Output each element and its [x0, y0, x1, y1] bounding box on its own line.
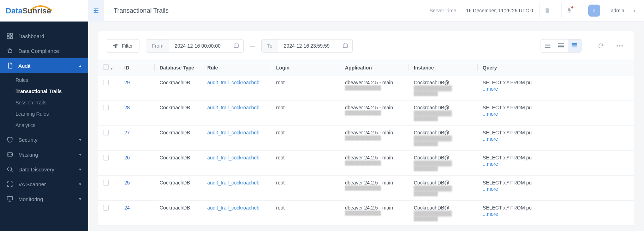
clipboard-button[interactable] [539, 3, 555, 18]
date-from-value: 2024-12-16 00:00:00 [169, 39, 229, 52]
page-title: Transactional Trails [114, 7, 168, 14]
row-app: dbeaver 24.2.5 - main████████████ [340, 101, 409, 126]
row-id-link[interactable]: 28 [119, 101, 155, 126]
more-link[interactable]: ...more [483, 186, 629, 192]
col-header-app[interactable]: Application [340, 60, 409, 75]
row-checkbox[interactable] [103, 130, 109, 135]
row-id-link[interactable]: 27 [119, 126, 155, 151]
server-time-label: Server Time: [430, 8, 458, 13]
monitor-icon [6, 195, 13, 202]
user-menu-caret[interactable]: ▼ [633, 9, 636, 13]
topbar: Transactional Trails Server Time: 16 Dec… [88, 0, 644, 22]
row-checkbox[interactable] [103, 105, 109, 110]
view-compact-button[interactable] [541, 39, 554, 52]
row-instance: CockroachDB@████████████████████ [409, 75, 478, 101]
row-checkbox[interactable] [103, 80, 109, 85]
row-db: CockroachDB [155, 201, 202, 226]
more-link[interactable]: ...more [483, 136, 629, 142]
search-icon [6, 166, 13, 173]
row-instance: CockroachDB@████████████████████ [409, 201, 478, 226]
sidebar-toggle-button[interactable] [88, 0, 104, 22]
filter-button[interactable]: Filter [106, 39, 139, 53]
view-medium-button[interactable] [554, 39, 568, 52]
avatar[interactable]: a [588, 5, 600, 17]
row-app: dbeaver 24.2.5 - main████████████ [340, 126, 409, 151]
row-rule-link[interactable]: audit_trail_cockroachdb [202, 75, 271, 101]
sidebar: DataSunrise DashboardData ComplianceAudi… [0, 0, 88, 231]
sidebar-subitem-learning-rules[interactable]: Learning Rules [0, 108, 88, 120]
row-login: root [271, 101, 340, 126]
dashboard-icon [6, 32, 13, 39]
view-mode-group [541, 39, 582, 53]
more-link[interactable]: ...more [483, 161, 629, 167]
trails-table: ▾ ID Database Type Rule Login Applicatio… [98, 60, 634, 226]
sidebar-item-security[interactable]: Security▼ [0, 132, 88, 147]
col-header-query[interactable]: Query [478, 60, 634, 75]
sidebar-item-audit[interactable]: Audit▲ [0, 58, 88, 73]
select-all-checkbox[interactable] [103, 64, 109, 70]
svg-point-11 [114, 45, 115, 46]
row-query: SELECT x.* FROM pu...more [478, 201, 634, 226]
row-db: CockroachDB [155, 75, 202, 101]
notification-dot [571, 6, 573, 8]
refresh-button[interactable] [595, 39, 607, 52]
more-link[interactable]: ...more [483, 86, 629, 92]
more-link[interactable]: ...more [483, 211, 629, 217]
col-header-login[interactable]: Login [271, 60, 340, 75]
more-link[interactable]: ...more [483, 111, 629, 117]
date-to-field[interactable]: To 2024-12-16 23:59:59 [261, 39, 353, 53]
row-rule-link[interactable]: audit_trail_cockroachdb [202, 201, 271, 226]
date-from-field[interactable]: From 2024-12-16 00:00:00 [146, 39, 244, 53]
chevron-down-icon[interactable]: ▾ [111, 67, 113, 71]
date-from-label: From [146, 39, 169, 52]
row-rule-link[interactable]: audit_trail_cockroachdb [202, 176, 271, 201]
date-to-value: 2024-12-16 23:59:59 [278, 39, 338, 52]
sidebar-item-data-discovery[interactable]: Data Discovery▼ [0, 162, 88, 177]
sidebar-item-label: Audit [18, 63, 30, 69]
sidebar-subitem-rules[interactable]: Rules [0, 74, 88, 86]
row-rule-link[interactable]: audit_trail_cockroachdb [202, 151, 271, 176]
sidebar-item-monitoring[interactable]: Monitoring▼ [0, 192, 88, 206]
row-rule-link[interactable]: audit_trail_cockroachdb [202, 101, 271, 126]
row-checkbox[interactable] [103, 180, 109, 186]
sidebar-subitem-session-trails[interactable]: Session Trails [0, 97, 88, 108]
sidebar-item-label: Masking [18, 152, 38, 158]
row-query: SELECT x.* FROM pu...more [478, 151, 634, 176]
shield-icon [6, 136, 13, 143]
sidebar-item-label: Data Compliance [18, 48, 59, 54]
date-to-label: To [262, 39, 278, 52]
row-checkbox[interactable] [103, 155, 109, 160]
sidebar-item-data-compliance[interactable]: Data Compliance [0, 43, 88, 58]
view-dense-button[interactable] [568, 39, 581, 52]
logo-text-1: Data [6, 6, 23, 15]
svg-point-12 [115, 46, 116, 47]
row-instance: CockroachDB@████████████████████ [409, 176, 478, 201]
row-id-link[interactable]: 25 [119, 176, 155, 201]
chevron-icon: ▼ [78, 197, 82, 201]
row-id-link[interactable]: 29 [119, 75, 155, 101]
row-rule-link[interactable]: audit_trail_cockroachdb [202, 126, 271, 151]
col-header-id[interactable]: ID [119, 60, 155, 75]
col-header-rule[interactable]: Rule [202, 60, 271, 75]
col-header-instance[interactable]: Instance [409, 60, 478, 75]
notification-button[interactable] [561, 3, 577, 18]
row-checkbox[interactable] [103, 205, 109, 211]
sidebar-item-masking[interactable]: Masking▼ [0, 147, 88, 162]
more-actions-button[interactable]: ••• [614, 39, 626, 52]
calendar-icon [338, 43, 352, 49]
filter-icon [113, 43, 118, 49]
lines-icon [558, 43, 564, 48]
table-row: 24 CockroachDB audit_trail_cockroachdb r… [98, 201, 634, 226]
svg-rect-10 [547, 8, 548, 9]
row-id-link[interactable]: 24 [119, 201, 155, 226]
table-row: 28 CockroachDB audit_trail_cockroachdb r… [98, 101, 634, 126]
sidebar-subitem-analytics[interactable]: Analytics [0, 120, 88, 131]
sidebar-subitem-transactional-trails[interactable]: Transactional Trails [0, 86, 88, 97]
col-header-db[interactable]: Database Type [155, 60, 202, 75]
row-db: CockroachDB [155, 176, 202, 201]
sidebar-item-label: Monitoring [18, 196, 43, 202]
sidebar-item-va-scanner[interactable]: VA Scanner▼ [0, 177, 88, 192]
sidebar-item-dashboard[interactable]: Dashboard [0, 29, 88, 43]
logo[interactable]: DataSunrise [0, 0, 88, 22]
row-id-link[interactable]: 26 [119, 151, 155, 176]
